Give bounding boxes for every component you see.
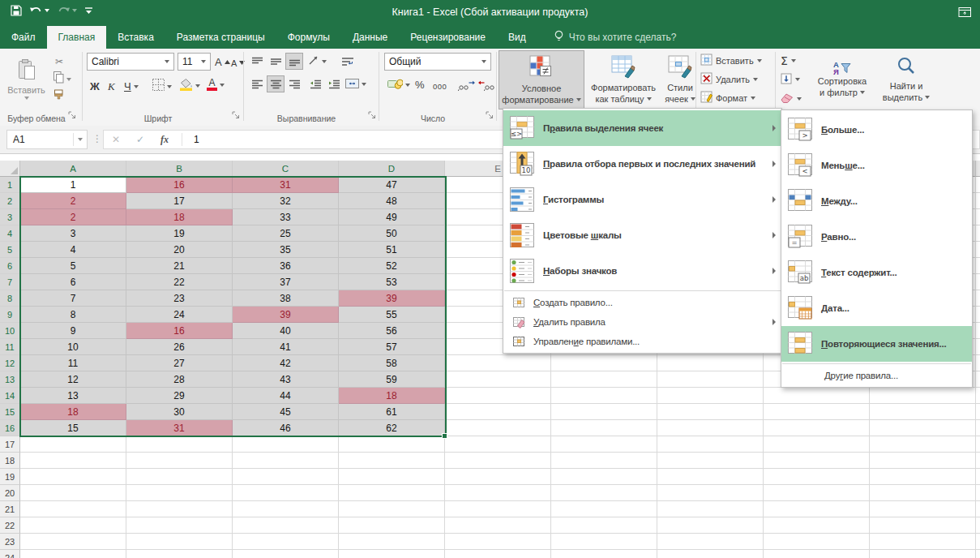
cell-A3[interactable]: 2 bbox=[20, 209, 126, 225]
cell-J6[interactable] bbox=[976, 258, 980, 274]
cell-J22[interactable] bbox=[976, 517, 980, 534]
cell-C13[interactable]: 43 bbox=[233, 371, 339, 388]
menu-item-greater-than[interactable]: >Больше... bbox=[781, 112, 972, 148]
cell-B17[interactable] bbox=[126, 436, 233, 453]
cell-J13[interactable] bbox=[976, 371, 980, 388]
row-header-6[interactable]: 6 bbox=[0, 258, 20, 274]
cell-H24[interactable] bbox=[764, 550, 870, 558]
cell-J15[interactable] bbox=[976, 404, 980, 420]
row-header-10[interactable]: 10 bbox=[0, 323, 20, 339]
clipboard-dialog-launcher[interactable] bbox=[68, 108, 76, 122]
cell-B9[interactable]: 24 bbox=[126, 307, 233, 323]
cell-D8[interactable]: 39 bbox=[339, 290, 445, 307]
cell-B21[interactable] bbox=[126, 501, 233, 517]
cell-D6[interactable]: 52 bbox=[339, 258, 445, 274]
align-center-button[interactable] bbox=[267, 75, 285, 92]
cell-C8[interactable]: 38 bbox=[233, 290, 339, 307]
ribbon-display-options-icon[interactable] bbox=[958, 6, 972, 21]
row-header-19[interactable]: 19 bbox=[0, 469, 20, 485]
wrap-text-button[interactable] bbox=[337, 53, 358, 70]
cell-A21[interactable] bbox=[20, 501, 126, 517]
cell-C19[interactable] bbox=[233, 469, 339, 485]
column-header-C[interactable]: C bbox=[233, 161, 339, 177]
cell-G17[interactable] bbox=[657, 436, 764, 453]
cell-B13[interactable]: 28 bbox=[126, 371, 233, 388]
cell-C4[interactable]: 25 bbox=[233, 225, 339, 242]
cell-F15[interactable] bbox=[551, 404, 657, 420]
row-header-3[interactable]: 3 bbox=[0, 209, 20, 225]
cell-B12[interactable]: 27 bbox=[126, 355, 233, 371]
row-header-2[interactable]: 2 bbox=[0, 193, 20, 209]
cell-D9[interactable]: 55 bbox=[339, 307, 445, 323]
insert-function-icon[interactable]: fx bbox=[152, 134, 177, 146]
cell-J8[interactable] bbox=[976, 290, 980, 307]
fill-button[interactable] bbox=[781, 71, 800, 88]
cell-A10[interactable]: 9 bbox=[20, 323, 126, 339]
cell-H15[interactable] bbox=[764, 404, 870, 420]
cell-J18[interactable] bbox=[976, 453, 980, 469]
cell-F14[interactable] bbox=[551, 388, 657, 404]
clear-button[interactable] bbox=[781, 90, 802, 107]
cell-J9[interactable] bbox=[976, 307, 980, 323]
cell-D11[interactable]: 57 bbox=[339, 339, 445, 355]
bold-button[interactable]: Ж bbox=[88, 78, 101, 95]
merge-center-button[interactable] bbox=[344, 75, 368, 92]
cell-C22[interactable] bbox=[233, 517, 339, 534]
cell-A2[interactable]: 2 bbox=[20, 193, 126, 209]
cell-J20[interactable] bbox=[976, 485, 980, 501]
cell-J17[interactable] bbox=[976, 436, 980, 453]
number-format-combo[interactable]: Общий bbox=[384, 53, 491, 71]
cell-E13[interactable] bbox=[445, 371, 551, 388]
cell-D1[interactable]: 47 bbox=[339, 177, 445, 193]
cell-G14[interactable] bbox=[657, 388, 764, 404]
cell-D22[interactable] bbox=[339, 517, 445, 534]
cell-A9[interactable]: 8 bbox=[20, 307, 126, 323]
orientation-button[interactable] bbox=[306, 53, 328, 70]
shrink-font-button[interactable]: А bbox=[229, 54, 246, 71]
cell-H22[interactable] bbox=[764, 517, 870, 534]
cell-J19[interactable] bbox=[976, 469, 980, 485]
font-size-combo[interactable]: 11 bbox=[178, 53, 211, 71]
underline-button[interactable]: Ч bbox=[122, 78, 140, 95]
cell-H19[interactable] bbox=[764, 469, 870, 485]
cell-G20[interactable] bbox=[657, 485, 764, 501]
cell-G13[interactable] bbox=[657, 371, 764, 388]
cell-D7[interactable]: 53 bbox=[339, 274, 445, 290]
row-header-23[interactable]: 23 bbox=[0, 534, 20, 550]
cell-C10[interactable]: 40 bbox=[233, 323, 339, 339]
row-header-7[interactable]: 7 bbox=[0, 274, 20, 290]
cell-G18[interactable] bbox=[657, 453, 764, 469]
cell-B14[interactable]: 29 bbox=[126, 388, 233, 404]
cell-A23[interactable] bbox=[20, 534, 126, 550]
cell-B22[interactable] bbox=[126, 517, 233, 534]
cell-C5[interactable]: 35 bbox=[233, 242, 339, 258]
tab-data[interactable]: Данные bbox=[341, 26, 399, 49]
fill-handle[interactable] bbox=[442, 433, 447, 439]
cell-styles-button[interactable]: Стили ячеек bbox=[663, 50, 697, 108]
menu-item-more-rules[interactable]: Другие правила... bbox=[781, 366, 972, 385]
align-left-button[interactable] bbox=[248, 75, 266, 92]
select-all-corner[interactable] bbox=[0, 161, 20, 177]
cell-J10[interactable] bbox=[976, 323, 980, 339]
cell-E18[interactable] bbox=[445, 453, 551, 469]
fill-color-button[interactable] bbox=[178, 77, 202, 94]
font-color-button[interactable]: А bbox=[205, 76, 226, 93]
align-middle-button[interactable] bbox=[267, 53, 285, 70]
cell-A17[interactable] bbox=[20, 436, 126, 453]
cell-B1[interactable]: 16 bbox=[126, 177, 233, 193]
cell-J21[interactable] bbox=[976, 501, 980, 517]
cell-A8[interactable]: 7 bbox=[20, 290, 126, 307]
insert-cells-button[interactable]: Вставить bbox=[700, 52, 762, 69]
row-header-9[interactable]: 9 bbox=[0, 307, 20, 323]
cell-E19[interactable] bbox=[445, 469, 551, 485]
delete-cells-button[interactable]: Удалить bbox=[700, 71, 758, 88]
menu-item-highlight-cells-rules[interactable]: ≤>Правила выделения ячеек bbox=[503, 110, 781, 146]
tab-formulas[interactable]: Формулы bbox=[276, 26, 341, 49]
column-header-D[interactable]: D bbox=[339, 161, 445, 177]
tab-home[interactable]: Главная bbox=[47, 26, 107, 49]
cell-I19[interactable] bbox=[870, 469, 976, 485]
cell-D16[interactable]: 62 bbox=[339, 420, 445, 436]
tab-page-layout[interactable]: Разметка страницы bbox=[165, 26, 276, 49]
cell-H17[interactable] bbox=[764, 436, 870, 453]
name-box[interactable]: A1 bbox=[6, 130, 88, 149]
